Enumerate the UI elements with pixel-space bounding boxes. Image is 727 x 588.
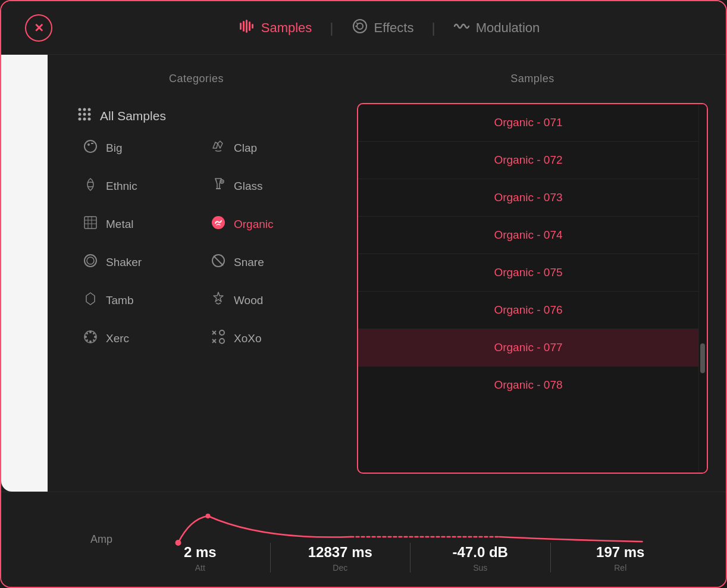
svg-point-12 [88,113,91,116]
samples-header: Samples [357,73,708,85]
xerc-label: Xerc [106,332,129,345]
sus-label: Sus [473,563,487,573]
svg-point-14 [83,118,86,121]
organic-icon [210,215,227,234]
xerc-icon [82,329,99,348]
adsr-params: 2 ms Att 12837 ms Dec -47.0 dB Sus 197 m… [130,543,690,573]
tamb-icon [82,291,99,310]
snare-icon [210,253,227,272]
sample-organic-076[interactable]: Organic - 076 [358,292,698,329]
adsr-rel: 197 ms Rel [551,544,691,573]
categories-panel: Categories All Sampl [48,55,345,492]
adsr-sus: -47.0 dB Sus [410,544,550,573]
sample-organic-071[interactable]: Organic - 071 [358,104,698,142]
samples-icon [239,18,255,38]
svg-point-29 [84,255,96,267]
categories-grid: Big Clap [71,135,321,352]
category-item-xerc[interactable]: Xerc [77,326,187,352]
tab-samples-label: Samples [261,20,312,36]
close-button[interactable]: ✕ [25,14,52,42]
svg-point-36 [84,336,87,338]
snare-label: Snare [234,256,264,269]
svg-point-39 [93,333,95,334]
sample-organic-075[interactable]: Organic - 075 [358,254,698,292]
svg-point-38 [86,333,88,334]
sample-organic-072[interactable]: Organic - 072 [358,142,698,179]
organic-label: Organic [234,218,274,231]
rel-label: Rel [614,563,626,573]
category-item-tamb[interactable]: Tamb [77,287,187,314]
svg-point-47 [220,339,224,343]
glass-label: Glass [234,180,263,193]
tab-modulation[interactable]: Modulation [441,13,552,43]
adsr-att: 2 ms Att [130,544,270,573]
nav-tabs: Samples | Effects | [76,13,702,43]
sample-organic-077[interactable]: Organic - 077 [358,329,698,367]
scrollbar-track[interactable] [698,104,707,473]
amp-label: Amp [90,533,112,546]
sample-organic-078[interactable]: Organic - 078 [358,367,698,404]
svg-line-32 [214,256,223,265]
glass-icon [210,177,227,196]
effects-icon [352,18,368,38]
svg-point-30 [87,257,94,264]
wood-label: Wood [234,294,263,307]
tab-effects[interactable]: Effects [340,13,426,43]
ethnic-icon [82,177,99,196]
ethnic-label: Ethnic [106,180,137,193]
clap-icon [210,139,227,158]
xoxo-icon [210,329,227,348]
bottom-section: Amp 2 ms Att [1,492,726,587]
samples-inner: Organic - 071 Organic - 072 Organic - 07… [358,104,707,473]
big-label: Big [106,142,122,155]
xoxo-label: XoXo [234,332,261,345]
category-item-ethnic[interactable]: Ethnic [77,173,187,199]
svg-rect-2 [246,20,247,33]
adsr-container: 2 ms Att 12837 ms Dec -47.0 dB Sus 197 m… [130,507,690,573]
svg-point-10 [79,113,82,116]
samples-list[interactable]: Organic - 071 Organic - 072 Organic - 07… [358,104,698,473]
svg-point-15 [88,118,91,121]
category-item-organic[interactable]: Organic [205,211,315,237]
category-item-snare[interactable]: Snare [205,249,315,276]
category-item-clap[interactable]: Clap [205,135,315,161]
svg-rect-23 [84,217,96,229]
category-item-xoxo[interactable]: XoXo [205,326,315,352]
categories-header: Categories [71,73,321,85]
sus-value: -47.0 dB [453,544,508,561]
svg-rect-1 [243,21,245,32]
svg-point-37 [94,336,96,338]
all-samples-icon [76,107,93,126]
category-item-wood[interactable]: Wood [205,287,315,314]
all-samples-label: All Samples [100,109,166,123]
att-label: Att [195,563,205,573]
svg-rect-3 [249,21,250,31]
big-icon [82,139,99,158]
category-item-glass[interactable]: Glass [205,173,315,199]
tab-samples[interactable]: Samples [227,13,324,43]
tab-effects-label: Effects [374,20,414,36]
divider-2: | [425,20,441,36]
svg-point-8 [83,108,86,111]
divider-1: | [324,20,339,36]
category-item-metal[interactable]: Metal [77,211,187,237]
samples-panel: Samples Organic - 071 Organic - 072 Orga… [345,55,726,492]
shaker-icon [82,253,99,272]
svg-point-41 [93,339,95,341]
sample-organic-074[interactable]: Organic - 074 [358,217,698,254]
svg-point-49 [206,514,211,518]
category-item-big[interactable]: Big [77,135,187,161]
svg-point-17 [87,143,90,146]
sample-organic-073[interactable]: Organic - 073 [358,179,698,217]
svg-point-40 [86,339,88,341]
category-item-all-samples[interactable]: All Samples [71,103,321,129]
samples-list-container: Organic - 071 Organic - 072 Organic - 07… [357,103,708,474]
wood-icon [210,291,227,310]
svg-point-7 [79,108,82,111]
modulation-icon [453,18,470,38]
category-item-shaker[interactable]: Shaker [77,249,187,276]
svg-rect-0 [240,23,242,30]
adsr-dec: 12837 ms Dec [271,544,410,573]
scrollbar-thumb[interactable] [700,343,705,373]
tab-modulation-label: Modulation [476,20,540,36]
